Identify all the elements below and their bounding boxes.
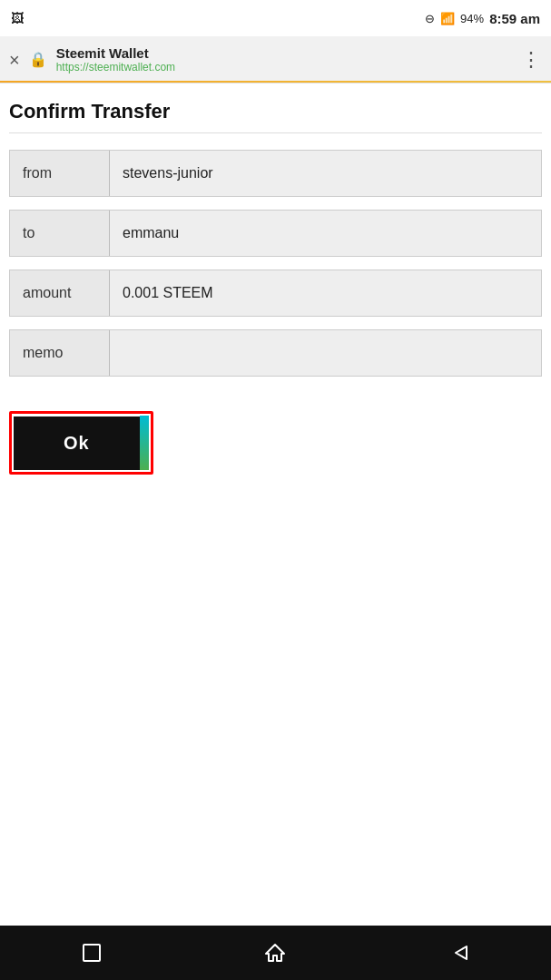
nav-home-button[interactable] (252, 935, 298, 971)
amount-value: 0.001 STEEM (110, 270, 541, 316)
memo-label: memo (10, 330, 110, 376)
ok-button-accent (140, 416, 149, 470)
from-row: from stevens-junior (9, 150, 542, 197)
from-value: stevens-junior (110, 151, 541, 196)
memo-value (110, 330, 541, 376)
lock-icon: 🔒 (29, 51, 47, 68)
browser-menu-button[interactable]: ⋮ (521, 48, 542, 72)
bottom-nav (0, 926, 551, 980)
amount-row: amount 0.001 STEEM (9, 270, 542, 317)
url-domain: steemitwallet.com (89, 61, 175, 74)
square-icon (83, 944, 101, 962)
to-label: to (10, 211, 110, 256)
status-bar: 🖼 ⊖ 📶 94% 8:59 am (0, 0, 551, 36)
browser-url[interactable]: https://steemitwallet.com (56, 61, 512, 74)
svg-marker-1 (456, 946, 467, 959)
amount-label: amount (10, 270, 110, 316)
browser-bar: × 🔒 Steemit Wallet https://steemitwallet… (0, 36, 551, 83)
svg-marker-0 (266, 945, 284, 961)
ok-button[interactable]: Ok (14, 416, 140, 470)
page-title: Confirm Transfer (9, 100, 542, 123)
battery-percentage: 94% (460, 12, 484, 25)
photo-icon: 🖼 (11, 11, 24, 25)
to-value: emmanu (110, 211, 541, 256)
ok-button-wrapper[interactable]: Ok (9, 411, 153, 475)
battery-container: 94% (460, 12, 484, 25)
ok-button-inner: Ok (14, 416, 149, 470)
status-right: ⊖ 📶 94% 8:59 am (425, 11, 540, 26)
signal-icon: 📶 (440, 12, 455, 25)
nav-recent-apps-button[interactable] (69, 935, 114, 971)
browser-url-area: Steemit Wallet https://steemitwallet.com (56, 45, 512, 74)
do-not-disturb-icon: ⊖ (425, 12, 435, 25)
status-time: 8:59 am (489, 11, 540, 26)
nav-back-button[interactable] (437, 935, 482, 971)
home-icon (264, 943, 286, 963)
close-button[interactable]: × (9, 51, 20, 69)
memo-row: memo (9, 329, 542, 377)
title-divider (9, 132, 542, 133)
back-icon (448, 943, 470, 963)
status-left: 🖼 (11, 11, 24, 25)
url-prefix: https:// (56, 61, 89, 74)
page-content: Confirm Transfer from stevens-junior to … (0, 83, 551, 926)
to-row: to emmanu (9, 210, 542, 257)
browser-title: Steemit Wallet (56, 45, 512, 61)
from-label: from (10, 151, 110, 196)
